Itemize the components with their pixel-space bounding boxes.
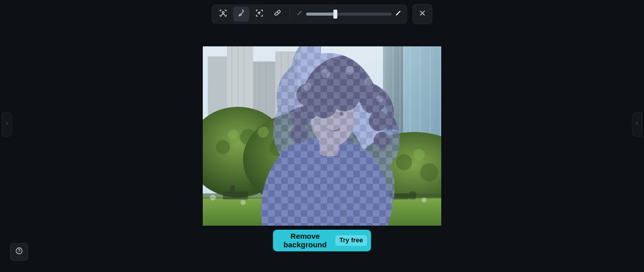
eraser-icon bbox=[273, 9, 282, 20]
cta-badge: Try free bbox=[336, 235, 367, 246]
close-icon bbox=[419, 9, 427, 19]
svg-point-41 bbox=[414, 149, 425, 160]
portrait-select-tool[interactable] bbox=[215, 7, 231, 22]
slider-fill bbox=[306, 13, 336, 16]
right-drawer-handle[interactable] bbox=[632, 112, 642, 137]
svg-point-2 bbox=[19, 252, 19, 252]
left-drawer-handle[interactable] bbox=[2, 112, 12, 137]
svg-point-36 bbox=[420, 163, 438, 181]
lasso-select-tool[interactable] bbox=[252, 7, 268, 22]
top-toolbar bbox=[212, 4, 433, 24]
close-button[interactable] bbox=[413, 4, 433, 24]
toolbar-divider bbox=[290, 9, 290, 20]
tool-group bbox=[212, 5, 408, 24]
svg-point-31 bbox=[240, 129, 256, 145]
slider-track[interactable] bbox=[306, 13, 392, 16]
svg-point-37 bbox=[228, 129, 238, 140]
svg-point-49 bbox=[240, 200, 246, 205]
help-icon bbox=[15, 247, 23, 257]
brush-size-slider[interactable] bbox=[294, 10, 404, 19]
editor-canvas[interactable] bbox=[203, 46, 441, 226]
help-button[interactable] bbox=[10, 243, 28, 261]
svg-point-38 bbox=[258, 126, 269, 138]
brush-small-icon bbox=[296, 10, 303, 19]
svg-point-30 bbox=[216, 140, 230, 154]
chevron-left-icon bbox=[634, 120, 639, 129]
svg-rect-45 bbox=[230, 185, 235, 192]
brush-icon bbox=[237, 9, 246, 20]
slider-thumb[interactable] bbox=[333, 10, 337, 19]
chevron-right-icon bbox=[5, 120, 10, 129]
eraser-tool[interactable] bbox=[270, 7, 286, 22]
svg-point-48 bbox=[210, 194, 216, 200]
brush-large-icon bbox=[395, 10, 402, 19]
canvas-image bbox=[203, 46, 441, 226]
lasso-select-icon bbox=[255, 9, 264, 20]
svg-rect-47 bbox=[409, 191, 416, 199]
remove-background-button[interactable]: Remove background Try free bbox=[273, 230, 371, 251]
svg-rect-44 bbox=[223, 191, 248, 199]
portrait-select-icon bbox=[219, 9, 228, 20]
svg-point-0 bbox=[222, 12, 224, 14]
brush-tool[interactable] bbox=[233, 7, 250, 22]
cta-label: Remove background bbox=[280, 232, 331, 249]
svg-point-35 bbox=[396, 154, 412, 170]
svg-point-51 bbox=[422, 197, 427, 202]
